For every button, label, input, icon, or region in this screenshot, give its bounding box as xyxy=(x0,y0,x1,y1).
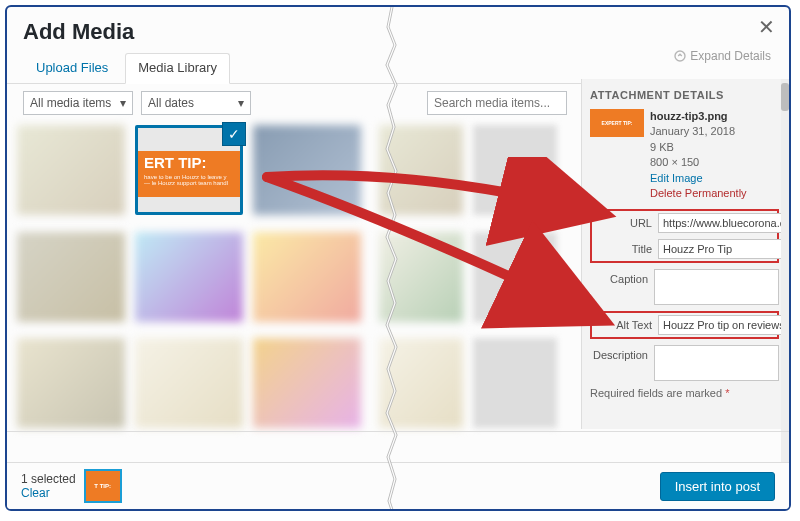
caption-label: Caption xyxy=(590,269,654,285)
title-label: Title xyxy=(594,239,658,255)
media-grid-left: ERT TIP: have to be on Houzz to leave y … xyxy=(17,125,377,435)
chevron-down-icon: ▾ xyxy=(120,96,126,110)
media-thumb[interactable] xyxy=(17,232,125,322)
media-thumb[interactable] xyxy=(379,125,463,215)
selection-mini-thumb[interactable]: T TIP: xyxy=(84,469,122,503)
filter-media-type[interactable]: All media items ▾ xyxy=(23,91,133,115)
attachment-filename: houzz-tip3.png xyxy=(650,109,747,124)
modal-title: Add Media xyxy=(23,19,773,45)
media-thumb[interactable] xyxy=(379,338,463,428)
alt-text-input[interactable] xyxy=(658,315,785,335)
attachment-filesize: 9 KB xyxy=(650,140,747,155)
description-input[interactable] xyxy=(654,345,779,381)
media-filename-blur xyxy=(473,232,557,322)
caption-input[interactable] xyxy=(654,269,779,305)
media-thumb-selected[interactable]: ERT TIP: have to be on Houzz to leave y … xyxy=(135,125,243,215)
selection-count: 1 selected xyxy=(21,472,76,486)
url-input[interactable] xyxy=(658,213,785,233)
url-label: URL xyxy=(594,213,658,229)
media-thumb[interactable] xyxy=(135,232,243,322)
media-thumb[interactable] xyxy=(253,338,361,428)
asterisk-icon: * xyxy=(725,387,729,399)
url-field-highlight: URL Title xyxy=(590,209,779,263)
attachment-preview: EXPERT TIP: xyxy=(590,109,644,137)
required-note: Required fields are marked * xyxy=(590,387,779,399)
panel-heading: ATTACHMENT DETAILS xyxy=(590,89,779,101)
selected-thumb-subtext: have to be on Houzz to leave y — le Houz… xyxy=(144,174,234,187)
tab-media-library[interactable]: Media Library xyxy=(125,53,230,84)
filter-date-label: All dates xyxy=(148,96,194,110)
alt-text-label: Alt Text xyxy=(594,315,658,331)
modal-footer: 1 selected Clear T TIP: Insert into post xyxy=(7,462,789,509)
attachment-date: January 31, 2018 xyxy=(650,124,747,139)
required-note-text: Required fields are marked xyxy=(590,387,722,399)
close-icon[interactable]: ✕ xyxy=(758,15,775,39)
footer-separator xyxy=(7,431,789,432)
media-thumb[interactable] xyxy=(253,125,361,215)
expand-details-link[interactable]: Expand Details xyxy=(674,49,771,63)
alt-text-field-highlight: Alt Text xyxy=(590,311,779,339)
selection-mini-thumb-label: T TIP: xyxy=(94,483,111,489)
media-thumb[interactable] xyxy=(135,338,243,428)
clear-selection-link[interactable]: Clear xyxy=(21,486,76,500)
insert-into-post-button[interactable]: Insert into post xyxy=(660,472,775,501)
chevron-down-icon: ▾ xyxy=(238,96,244,110)
attachment-dimensions: 800 × 150 xyxy=(650,155,747,170)
title-input[interactable] xyxy=(658,239,785,259)
attachment-preview-label: EXPERT TIP: xyxy=(602,121,633,126)
filter-date[interactable]: All dates ▾ xyxy=(141,91,251,115)
description-label: Description xyxy=(590,345,654,361)
selected-thumb-headline: ERT TIP: xyxy=(144,154,207,171)
media-filename-blur xyxy=(473,338,557,428)
attachment-details-panel: ATTACHMENT DETAILS EXPERT TIP: houzz-tip… xyxy=(581,79,785,429)
scrollbar-track[interactable] xyxy=(781,79,789,465)
svg-point-0 xyxy=(675,51,685,61)
search-input[interactable] xyxy=(427,91,567,115)
filter-media-type-label: All media items xyxy=(30,96,111,110)
media-filename-blur xyxy=(473,125,557,215)
expand-details-label: Expand Details xyxy=(690,49,771,63)
media-thumb[interactable] xyxy=(379,232,463,322)
scrollbar-thumb[interactable] xyxy=(781,83,789,111)
media-grid-right xyxy=(379,125,579,435)
delete-permanently-link[interactable]: Delete Permanently xyxy=(650,186,747,201)
search-field-wrap xyxy=(427,91,567,115)
media-thumb[interactable] xyxy=(17,125,125,215)
check-icon[interactable]: ✓ xyxy=(222,122,246,146)
attachment-meta: houzz-tip3.png January 31, 2018 9 KB 800… xyxy=(650,109,747,201)
edit-image-link[interactable]: Edit Image xyxy=(650,171,747,186)
add-media-modal: ✕ Expand Details Add Media Upload Files … xyxy=(5,5,791,511)
tab-upload-files[interactable]: Upload Files xyxy=(23,53,121,84)
expand-icon xyxy=(674,50,686,62)
media-thumb[interactable] xyxy=(17,338,125,428)
media-thumb[interactable] xyxy=(253,232,361,322)
